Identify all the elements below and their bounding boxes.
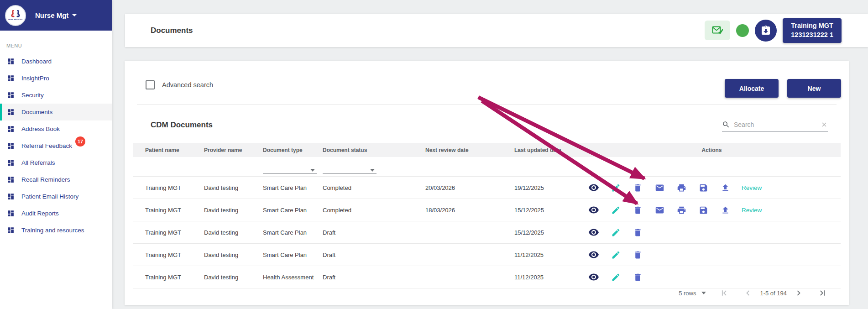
sidebar-item-label: Address Book — [21, 126, 60, 132]
delete-button[interactable] — [627, 250, 648, 260]
delete-button[interactable] — [627, 183, 648, 193]
section-divider — [137, 105, 837, 105]
sidebar-item-documents[interactable]: Documents — [0, 104, 112, 120]
col-last-updated-date: Last updated date — [514, 147, 583, 153]
online-status-dot — [736, 24, 749, 37]
edit-button[interactable] — [605, 183, 627, 193]
filter-row — [133, 157, 841, 177]
cell-status: Draft — [323, 251, 425, 258]
review-link[interactable]: Review — [742, 207, 762, 214]
sidebar-item-training-and-resources[interactable]: Training and resources — [0, 222, 112, 239]
grid-icon — [7, 91, 15, 99]
page-title: Documents — [151, 26, 193, 35]
user-account-button[interactable]: Training MGT 1231231222 1 — [783, 18, 842, 43]
table-row: Training MGT David testing Smart Care Pl… — [133, 177, 841, 199]
view-button[interactable] — [583, 272, 605, 283]
prev-page-button[interactable] — [743, 288, 753, 299]
cell-provider: David testing — [204, 207, 263, 214]
sidebar-item-security[interactable]: Security — [0, 87, 112, 104]
clear-search-icon[interactable] — [821, 121, 828, 128]
edit-button[interactable] — [605, 205, 627, 215]
sidebar-item-insightpro[interactable]: InsightPro — [0, 70, 112, 87]
cell-type: Health Assessment — [263, 274, 323, 281]
sidebar-item-audit-reports[interactable]: Audit Reports — [0, 205, 112, 222]
documents-panel: Advanced search Allocate New CDM Documen… — [125, 61, 849, 305]
sidebar-item-label: Security — [21, 92, 44, 99]
page-header: Documents Training MGT 1231231222 1 — [125, 14, 868, 47]
last-page-button[interactable] — [817, 288, 828, 299]
pagination: 5 rows 1-5 of 194 — [679, 288, 828, 299]
email-button[interactable] — [648, 205, 670, 215]
table-row: Training MGT David testing Health Assess… — [133, 266, 841, 288]
last-page-icon — [818, 288, 827, 298]
app-window: WISH MEDICAL Nurse Mgt MENU Dashboard In… — [0, 0, 868, 309]
cell-provider: David testing — [204, 251, 263, 258]
chevron-right-icon — [794, 288, 803, 298]
document-status-filter[interactable] — [323, 162, 376, 174]
actions-cell — [583, 227, 841, 238]
org-name: Nurse Mgt — [35, 11, 68, 19]
upload-button[interactable] — [714, 183, 736, 193]
rows-per-page-select[interactable]: 5 rows — [679, 290, 706, 297]
new-button[interactable]: New — [787, 79, 841, 98]
trash-icon — [633, 183, 643, 193]
grid-icon — [7, 176, 15, 183]
view-button[interactable] — [583, 182, 605, 193]
user-id: 1231231222 1 — [791, 31, 833, 40]
col-next-review-date: Next review date — [425, 147, 514, 153]
cell-last-updated: 15/12/2025 — [514, 207, 583, 214]
save-button[interactable] — [692, 205, 714, 215]
caret-down-icon — [370, 169, 375, 172]
org-switcher[interactable]: Nurse Mgt — [35, 11, 77, 19]
delete-button[interactable] — [627, 205, 648, 215]
search-input[interactable] — [734, 121, 817, 128]
first-page-button[interactable] — [719, 288, 730, 299]
sidebar-item-address-book[interactable]: Address Book — [0, 120, 112, 137]
table-header-row: Patient name Provider name Document type… — [133, 143, 841, 157]
view-button[interactable] — [583, 204, 605, 215]
envelope-icon — [655, 205, 664, 215]
cell-type: Smart Care Plan — [263, 207, 323, 214]
save-button[interactable] — [692, 183, 714, 193]
sidebar-item-all-referrals[interactable]: All Referrals — [0, 154, 112, 171]
caret-down-icon — [310, 169, 315, 172]
email-button[interactable] — [648, 183, 670, 193]
view-button[interactable] — [583, 249, 605, 260]
delete-button[interactable] — [627, 228, 648, 237]
eye-icon — [588, 272, 599, 283]
sidebar-item-recall-reminders[interactable]: Recall Reminders — [0, 171, 112, 188]
grid-icon — [7, 108, 15, 116]
clipboard-button[interactable] — [755, 20, 777, 42]
pencil-icon — [611, 250, 621, 260]
printer-icon — [677, 183, 686, 193]
view-button[interactable] — [583, 227, 605, 238]
sidebar-item-patient-email-history[interactable]: Patient Email History — [0, 188, 112, 205]
advanced-search-checkbox[interactable] — [146, 80, 155, 89]
email-status-chip[interactable] — [705, 21, 730, 40]
advanced-search-label: Advanced search — [162, 81, 213, 89]
next-page-button[interactable] — [793, 288, 804, 299]
edit-button[interactable] — [605, 250, 627, 260]
actions-cell: Review — [583, 204, 841, 215]
eye-icon — [588, 204, 599, 215]
print-button[interactable] — [670, 183, 692, 193]
pencil-icon — [611, 205, 621, 215]
allocate-button[interactable]: Allocate — [725, 79, 779, 98]
grid-icon — [7, 142, 15, 150]
documents-table: Patient name Provider name Document type… — [133, 143, 841, 288]
delete-button[interactable] — [627, 272, 648, 282]
upload-button[interactable] — [714, 205, 736, 215]
print-button[interactable] — [670, 205, 692, 215]
table-row: Training MGT David testing Smart Care Pl… — [133, 244, 841, 266]
sidebar-item-referral-feedback[interactable]: Referral Feedback 17 — [0, 137, 112, 154]
document-type-filter[interactable] — [263, 162, 317, 174]
cell-next-review: 20/03/2026 — [425, 184, 514, 191]
grid-icon — [7, 58, 15, 65]
edit-button[interactable] — [605, 228, 627, 237]
logo-mark-icon — [10, 10, 21, 18]
edit-button[interactable] — [605, 272, 627, 282]
cell-provider: David testing — [204, 229, 263, 236]
review-link[interactable]: Review — [742, 184, 762, 191]
sidebar-item-dashboard[interactable]: Dashboard — [0, 53, 112, 70]
header-actions: Training MGT 1231231222 1 — [705, 14, 842, 47]
